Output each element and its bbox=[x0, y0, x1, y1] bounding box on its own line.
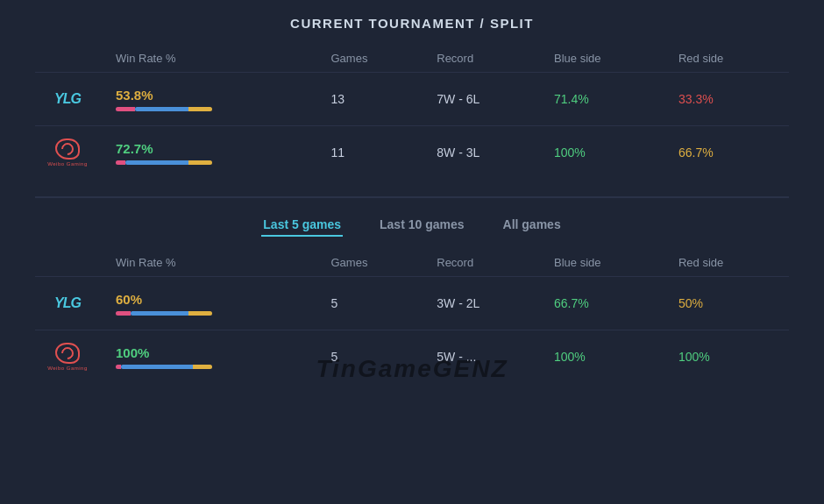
winrate-cell: 60% bbox=[105, 277, 321, 330]
team-logo-weibo: Weibo Gaming bbox=[47, 138, 88, 167]
bar-yellow bbox=[188, 107, 213, 111]
bar-blue bbox=[121, 365, 194, 369]
blueside-cell: 100% bbox=[543, 126, 668, 180]
tournament-table: Win Rate % Games Record Blue side Red si… bbox=[35, 45, 789, 179]
col-record: Record bbox=[426, 45, 543, 73]
games-cell: 5 bbox=[321, 277, 427, 330]
col-winrate-h: Win Rate % bbox=[105, 249, 321, 277]
col-blueside-h: Blue side bbox=[543, 249, 668, 277]
winrate-cell: 100% bbox=[105, 330, 321, 384]
winrate-bar bbox=[116, 107, 212, 111]
bar-pink bbox=[116, 107, 135, 111]
winrate-cell: 72.7% bbox=[105, 126, 321, 180]
winrate-bar bbox=[116, 311, 212, 316]
tab-allgames[interactable]: All games bbox=[501, 214, 563, 237]
team-cell: YLG bbox=[35, 73, 105, 126]
table-row: Weibo Gaming 72.7% 11 8W - 3L 100% 66.7% bbox=[35, 126, 789, 180]
bar-pink bbox=[116, 311, 131, 316]
winrate-bar bbox=[116, 365, 212, 369]
winrate-value: 60% bbox=[116, 292, 310, 307]
team-logo-weibo: Weibo Gaming bbox=[47, 343, 88, 371]
col-games: Games bbox=[321, 45, 427, 73]
history-section: Last 5 games Last 10 games All games Win… bbox=[0, 198, 824, 401]
tournament-title: CURRENT TOURNAMENT / SPLIT bbox=[35, 16, 789, 31]
col-games-h: Games bbox=[321, 249, 427, 277]
blueside-cell: 66.7% bbox=[543, 277, 668, 330]
table-row: Weibo Gaming 100% 5 5W - ... 100% 100% bbox=[35, 330, 789, 384]
bar-yellow bbox=[193, 365, 212, 369]
redside-cell: 66.7% bbox=[668, 126, 789, 180]
table-row: YLG 53.8% 13 7W - 6L 71.4% 33.3% bbox=[35, 73, 789, 126]
table-row: YLG 60% 5 3W - 2L 66.7% 50% bbox=[35, 277, 789, 330]
bar-pink bbox=[116, 365, 121, 369]
tab-row: Last 5 games Last 10 games All games bbox=[35, 214, 789, 237]
record-cell: 5W - ... bbox=[426, 330, 543, 384]
col-record-h: Record bbox=[426, 249, 543, 277]
tab-last10[interactable]: Last 10 games bbox=[378, 214, 466, 237]
tab-last5[interactable]: Last 5 games bbox=[261, 214, 343, 237]
history-table: Win Rate % Games Record Blue side Red si… bbox=[35, 249, 789, 383]
team-logo-ylg: YLG bbox=[54, 91, 81, 107]
bar-pink bbox=[116, 160, 125, 165]
team-cell: Weibo Gaming bbox=[35, 126, 105, 180]
col-team-h bbox=[35, 249, 105, 277]
winrate-value: 53.8% bbox=[116, 88, 310, 103]
col-redside-h: Red side bbox=[668, 249, 789, 277]
bar-blue bbox=[131, 311, 188, 316]
team-cell: Weibo Gaming bbox=[35, 330, 105, 384]
blueside-cell: 100% bbox=[543, 330, 668, 384]
bar-yellow bbox=[188, 311, 213, 316]
col-team bbox=[35, 45, 105, 73]
winrate-cell: 53.8% bbox=[105, 73, 321, 126]
games-cell: 5 bbox=[321, 330, 427, 384]
team-logo-ylg: YLG bbox=[54, 295, 81, 311]
winrate-bar bbox=[116, 160, 212, 165]
redside-cell: 100% bbox=[668, 330, 789, 384]
redside-cell: 50% bbox=[668, 277, 789, 330]
tournament-section: CURRENT TOURNAMENT / SPLIT Win Rate % Ga… bbox=[0, 0, 824, 196]
record-cell: 3W - 2L bbox=[426, 277, 543, 330]
bar-blue bbox=[125, 160, 188, 165]
col-redside: Red side bbox=[668, 45, 789, 73]
winrate-value: 72.7% bbox=[116, 141, 310, 156]
record-cell: 8W - 3L bbox=[426, 126, 543, 180]
games-cell: 13 bbox=[321, 73, 427, 126]
games-cell: 11 bbox=[321, 126, 427, 180]
col-blueside: Blue side bbox=[543, 45, 668, 73]
winrate-value: 100% bbox=[116, 345, 310, 360]
col-winrate: Win Rate % bbox=[105, 45, 321, 73]
record-cell: 7W - 6L bbox=[426, 73, 543, 126]
team-cell: YLG bbox=[35, 277, 105, 330]
bar-blue bbox=[135, 107, 188, 111]
redside-cell: 33.3% bbox=[668, 73, 789, 126]
blueside-cell: 71.4% bbox=[543, 73, 668, 126]
bar-yellow bbox=[188, 160, 213, 165]
